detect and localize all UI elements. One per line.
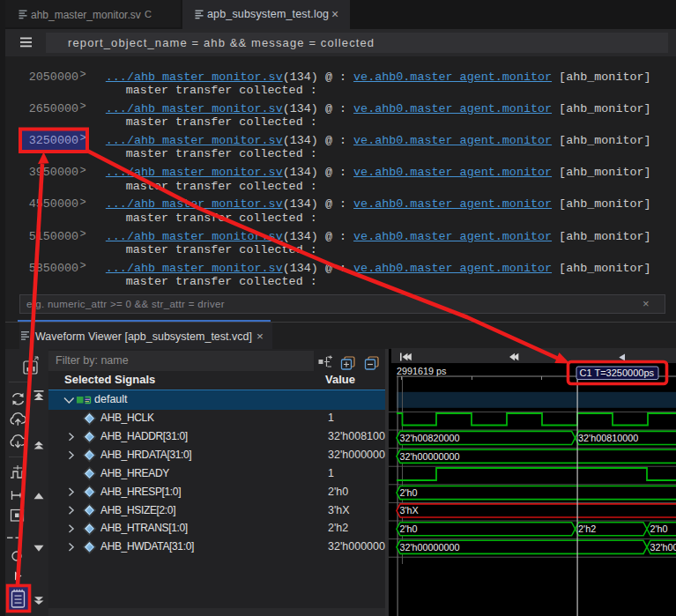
- svg-text:3'hX: 3'hX: [400, 505, 419, 516]
- svg-text:2'h0: 2'h0: [650, 523, 668, 534]
- svg-text:32'h00810000: 32'h00810000: [578, 433, 638, 443]
- svg-text:2'h0: 2'h0: [400, 523, 418, 534]
- svg-text:2'h2: 2'h2: [578, 523, 596, 534]
- svg-text:32'h00820000: 32'h00820000: [400, 433, 460, 443]
- svg-text:2'h0: 2'h0: [400, 487, 418, 498]
- svg-text:32'h00000000: 32'h00000000: [400, 451, 460, 462]
- svg-text:32'h00: 32'h00: [650, 542, 676, 553]
- svg-text:2991619 ps: 2991619 ps: [397, 366, 447, 376]
- svg-text:C1 T=3250000ps: C1 T=3250000ps: [580, 367, 655, 378]
- svg-text:32'h00000000: 32'h00000000: [400, 542, 460, 553]
